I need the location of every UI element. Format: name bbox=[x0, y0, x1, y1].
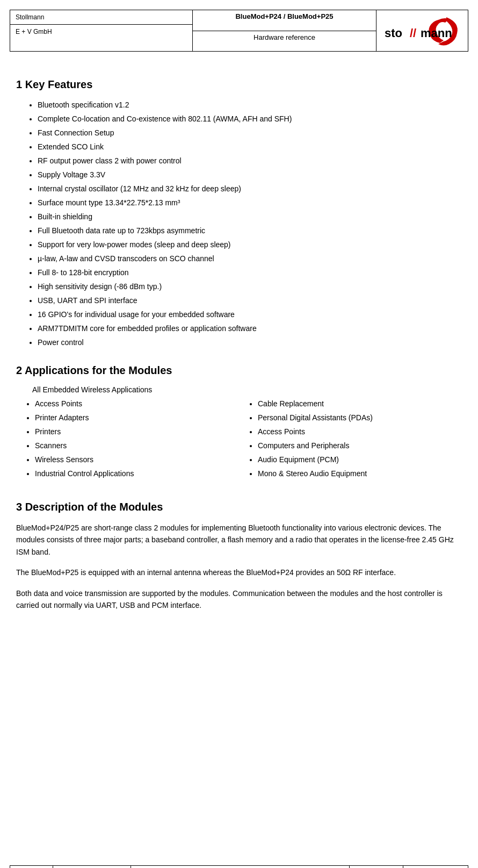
col-right: Cable Replacement Personal Digital Assis… bbox=[239, 398, 462, 485]
company-logo: sto // mann bbox=[376, 10, 468, 51]
svg-text:sto: sto bbox=[385, 26, 402, 40]
document-footer: Author: jw Date of Saving: 03.04.06 Ref:… bbox=[10, 865, 468, 868]
section3-para2: The BlueMod+P25 is equipped with an inte… bbox=[16, 566, 462, 578]
header-doc-info: BlueMod+P24 / BlueMod+P25 Hardware refer… bbox=[193, 10, 376, 51]
list-item: Full Bluetooth data rate up to 723kbps a… bbox=[38, 225, 462, 236]
document-header: Stollmann E + V GmbH BlueMod+P24 / BlueM… bbox=[10, 10, 468, 52]
footer-author: Author: jw bbox=[10, 866, 53, 868]
list-item: 16 GPIO's for individual usage for your … bbox=[38, 309, 462, 320]
doc-subtitle: Hardware reference bbox=[193, 31, 376, 52]
logo-svg: sto // mann bbox=[382, 15, 462, 47]
main-content: 1 Key Features Bluetooth specification v… bbox=[0, 52, 478, 663]
section2-heading: 2 Applications for the Modules bbox=[16, 364, 462, 377]
section1-bullets: Bluetooth specification v1.2 Complete Co… bbox=[38, 99, 462, 348]
list-item: Extended SCO Link bbox=[38, 141, 462, 153]
section3-heading: 3 Description of the Modules bbox=[16, 501, 462, 513]
list-item: USB, UART and SPI interface bbox=[38, 295, 462, 306]
list-item: Wireless Sensors bbox=[35, 454, 239, 465]
list-item: Scanners bbox=[35, 440, 239, 451]
list-item: µ-law, A-law and CVSD transcoders on SCO… bbox=[38, 253, 462, 264]
list-item: Fast Connection Setup bbox=[38, 127, 462, 139]
list-item: Supply Voltage 3.3V bbox=[38, 169, 462, 181]
list-item: Access Points bbox=[35, 398, 239, 410]
section3-para1: BlueMod+P24/P25 are short-range class 2 … bbox=[16, 522, 462, 558]
list-item: Personal Digital Assistants (PDAs) bbox=[258, 412, 462, 424]
applications-two-col: Access Points Printer Adapters Printers … bbox=[16, 398, 462, 485]
list-item: Power control bbox=[38, 337, 462, 348]
list-item: High sensitivity design (-86 dBm typ.) bbox=[38, 281, 462, 292]
list-item: Printer Adapters bbox=[35, 412, 239, 424]
list-item: Bluetooth specification v1.2 bbox=[38, 99, 462, 111]
col1-bullets: Access Points Printer Adapters Printers … bbox=[35, 398, 239, 479]
footer-date: Date of Saving: 03.04.06 bbox=[53, 866, 131, 868]
list-item: Printers bbox=[35, 426, 239, 437]
section2-intro: All Embedded Wireless Applications bbox=[32, 385, 462, 394]
list-item: Support for very low-power modes (sleep … bbox=[38, 239, 462, 250]
list-item: Audio Equipment (PCM) bbox=[258, 454, 462, 465]
list-item: Computers and Peripherals bbox=[258, 440, 462, 451]
list-item: Built-in shielding bbox=[38, 211, 462, 223]
list-item: Industrial Control Applications bbox=[35, 468, 239, 479]
doc-title: BlueMod+P24 / BlueMod+P25 bbox=[193, 10, 376, 31]
page-wrapper: Stollmann E + V GmbH BlueMod+P24 / BlueM… bbox=[0, 10, 478, 868]
list-item: Complete Co-location and Co-existence wi… bbox=[38, 113, 462, 125]
list-item: Surface mount type 13.34*22.75*2.13 mm³ bbox=[38, 197, 462, 209]
list-item: Full 8- to 128-bit encryption bbox=[38, 267, 462, 278]
svg-text:mann: mann bbox=[421, 26, 452, 40]
footer-revision: Revision: 1.5 bbox=[350, 866, 403, 868]
section3-para3: Both data and voice transmission are sup… bbox=[16, 587, 462, 612]
company-name: Stollmann bbox=[10, 10, 192, 25]
list-item: ARM7TDMITM core for embedded profiles or… bbox=[38, 323, 462, 334]
footer-page: Page 6 of 35 bbox=[403, 866, 468, 868]
header-company: Stollmann E + V GmbH bbox=[10, 10, 193, 51]
company-sub: E + V GmbH bbox=[10, 25, 192, 39]
list-item: Mono & Stereo Audio Equipment bbox=[258, 468, 462, 479]
section1-heading: 1 Key Features bbox=[16, 78, 462, 91]
svg-text://: // bbox=[410, 26, 416, 40]
list-item: Internal crystal oscillator (12 MHz and … bbox=[38, 183, 462, 195]
col2-bullets: Cable Replacement Personal Digital Assis… bbox=[258, 398, 462, 479]
footer-ref: Ref: BlueMod+P2_HW_reference_V1_5.doc bbox=[131, 866, 350, 868]
list-item: Cable Replacement bbox=[258, 398, 462, 410]
list-item: Access Points bbox=[258, 426, 462, 437]
col-left: Access Points Printer Adapters Printers … bbox=[16, 398, 239, 485]
list-item: RF output power class 2 with power contr… bbox=[38, 155, 462, 167]
